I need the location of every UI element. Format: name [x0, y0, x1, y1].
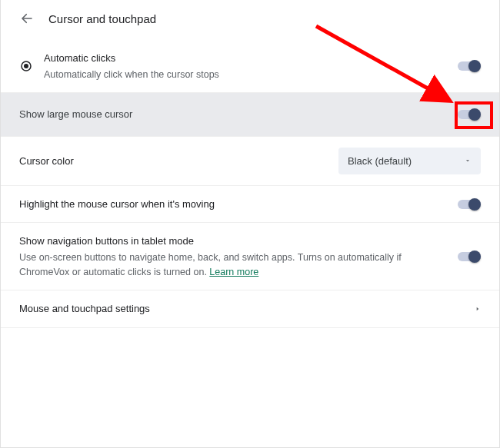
row-title: Automatic clicks	[44, 51, 458, 66]
row-title: Cursor color	[19, 154, 338, 169]
caret-down-icon	[464, 155, 472, 167]
toggle-large-cursor[interactable]	[458, 110, 481, 119]
row-mouse-touchpad-settings[interactable]: Mouse and touchpad settings	[1, 290, 499, 328]
row-large-cursor: Show large mouse cursor	[1, 93, 499, 137]
row-nav-buttons: Show navigation buttons in tablet mode U…	[1, 223, 499, 290]
learn-more-link[interactable]: Learn more	[209, 267, 258, 277]
row-highlight-moving: Highlight the mouse cursor when it's mov…	[1, 186, 499, 224]
row-subtitle: Automatically click when the cursor stop…	[44, 68, 458, 82]
page-title: Cursor and touchpad	[48, 12, 156, 25]
settings-page: Cursor and touchpad Automatic clicks Aut…	[0, 0, 500, 448]
row-title: Mouse and touchpad settings	[19, 301, 475, 317]
back-button[interactable]	[19, 11, 35, 26]
row-subtitle: Use on-screen buttons to navigate home, …	[19, 251, 445, 280]
select-value: Black (default)	[348, 155, 412, 167]
chevron-right-icon	[475, 304, 481, 315]
cursor-color-select[interactable]: Black (default)	[338, 148, 481, 174]
arrow-left-icon	[20, 12, 34, 25]
row-title: Highlight the mouse cursor when it's mov…	[19, 197, 458, 212]
row-title: Show navigation buttons in tablet mode	[19, 234, 445, 249]
row-cursor-color: Cursor color Black (default)	[1, 137, 499, 186]
target-icon	[19, 59, 44, 73]
toggle-nav-buttons[interactable]	[458, 252, 481, 261]
page-header: Cursor and touchpad	[1, 0, 499, 34]
row-title: Show large mouse cursor	[19, 107, 458, 122]
row-automatic-clicks: Automatic clicks Automatically click whe…	[1, 34, 499, 93]
toggle-highlight-moving[interactable]	[458, 200, 481, 209]
svg-point-2	[25, 65, 28, 68]
toggle-automatic-clicks[interactable]	[458, 61, 481, 71]
